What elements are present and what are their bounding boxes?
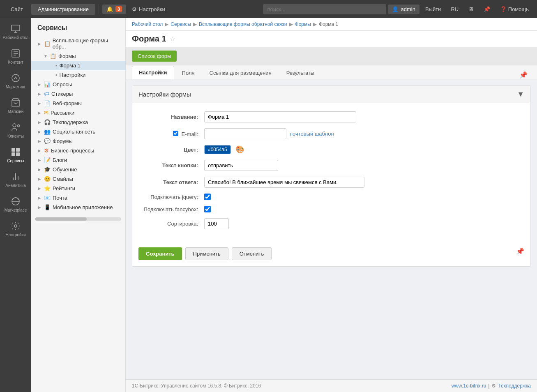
name-input[interactable] bbox=[204, 111, 356, 122]
tab-site[interactable]: Сайт bbox=[4, 4, 30, 15]
fancybox-checkbox[interactable] bbox=[204, 206, 211, 212]
footer-link[interactable]: www.1c-bitrix.ru bbox=[452, 383, 486, 389]
support-icon: 🎧 bbox=[44, 119, 51, 125]
tabs-pin-icon[interactable]: 📌 bbox=[516, 71, 531, 79]
tree-scrollbar[interactable] bbox=[35, 217, 121, 221]
tree-label-stickers: Стикеры bbox=[51, 91, 73, 97]
tree-item-forums[interactable]: ▶ 💬 Форумы bbox=[31, 136, 125, 146]
footer-right: www.1c-bitrix.ru | ⚙ Техподдержка bbox=[452, 383, 531, 389]
search-input[interactable] bbox=[263, 4, 386, 14]
footer-sep: | bbox=[488, 383, 489, 389]
tree-item-smileys[interactable]: ▶ 😊 Смайлы bbox=[31, 174, 125, 184]
arrow-icon-surveys: ▶ bbox=[38, 82, 43, 87]
tree-label-ratings: Рейтинги bbox=[53, 185, 75, 191]
sidebar-item-analytics[interactable]: Аналитика bbox=[0, 168, 31, 192]
breadcrumb-popup[interactable]: Всплывающие формы обратной связи bbox=[199, 21, 287, 27]
footer-support-link[interactable]: Техподдержка bbox=[498, 383, 531, 389]
settings-button[interactable]: ⚙ Настройки bbox=[128, 5, 169, 14]
notifications-button[interactable]: 🔔 3 bbox=[102, 5, 126, 14]
tree-item-form1[interactable]: ▪ Форма 1 bbox=[31, 61, 125, 70]
tree-label-bizproc: Бизнес-процессы bbox=[51, 148, 94, 154]
sidebar-item-settings-nav[interactable]: Настройки bbox=[0, 217, 31, 242]
webform-icon: 📄 bbox=[44, 100, 51, 106]
topbar: Сайт Администрирование 🔔 3 ⚙ Настройки 👤… bbox=[0, 0, 537, 18]
sidebar-item-services[interactable]: Сервисы bbox=[0, 143, 31, 168]
tree-item-bizproc[interactable]: ▶ ⚙ Бизнес-процессы bbox=[31, 146, 125, 155]
save-button[interactable]: Сохранить bbox=[138, 247, 182, 260]
user-button[interactable]: 👤 admin bbox=[388, 5, 419, 14]
color-wheel-icon[interactable]: 🎨 bbox=[235, 145, 244, 154]
pin-topbar-icon[interactable]: 📌 bbox=[479, 5, 494, 14]
apply-button[interactable]: Применить bbox=[185, 247, 228, 260]
sidebar-item-shop[interactable]: Магазин bbox=[0, 94, 31, 118]
tree-item-learning[interactable]: ▶ 🎓 Обучение bbox=[31, 165, 125, 174]
forum-icon: 💬 bbox=[44, 138, 51, 144]
tree-item-surveys[interactable]: ▶ 📊 Опросы bbox=[31, 80, 125, 89]
color-label: Цвет: bbox=[138, 147, 204, 153]
tree-label-forms: Формы bbox=[58, 53, 76, 59]
sort-input[interactable] bbox=[204, 218, 229, 229]
tab-link[interactable]: Ссылка для размещения bbox=[203, 66, 279, 79]
breadcrumb-desktop[interactable]: Рабочий стол bbox=[132, 21, 163, 27]
tree-item-stickers[interactable]: ▶ 🏷 Стикеры bbox=[31, 89, 125, 99]
logout-button[interactable]: Выйти bbox=[421, 5, 445, 14]
tree-item-blogs[interactable]: ▶ 📝 Блоги bbox=[31, 155, 125, 165]
color-input-row: #0054a5 🎨 bbox=[204, 145, 244, 154]
tab-fields[interactable]: Поля bbox=[175, 66, 202, 79]
icon-sidebar: Рабочий стол Контент Маркетинг Магазин К… bbox=[0, 18, 31, 392]
email-input[interactable] bbox=[204, 128, 286, 139]
tree-item-ratings[interactable]: ▶ ⭐ Рейтинги bbox=[31, 184, 125, 193]
sidebar-item-marketing[interactable]: Маркетинг bbox=[0, 69, 31, 94]
mailing-icon: ✉ bbox=[44, 110, 48, 116]
sidebar-item-desktop[interactable]: Рабочий стол bbox=[0, 20, 31, 44]
arrow-icon-learning: ▶ bbox=[38, 167, 43, 172]
cancel-button[interactable]: Отменить bbox=[232, 247, 272, 260]
form-icon-popup: 📋 bbox=[44, 41, 51, 47]
mail-template-link[interactable]: почтовый шаблон bbox=[290, 131, 334, 137]
tree-label-mobile: Мобильное приложение bbox=[53, 204, 113, 210]
form-pin-icon[interactable]: 📌 bbox=[516, 247, 524, 260]
tree-item-mailings[interactable]: ▶ ✉ Рассылки bbox=[31, 108, 125, 118]
breadcrumb-services[interactable]: Сервисы bbox=[171, 21, 191, 27]
help-button[interactable]: ❓ Помощь bbox=[496, 5, 533, 14]
btn-text-input[interactable] bbox=[204, 160, 278, 171]
sidebar-label-marketplace: Marketplace bbox=[5, 208, 27, 213]
lang-button[interactable]: RU bbox=[447, 5, 463, 14]
tree-item-settings-item[interactable]: ▪ Настройки bbox=[31, 70, 125, 80]
email-input-row: почтовый шаблон bbox=[204, 128, 334, 139]
form-section-header[interactable]: Настройки формы ▼ bbox=[132, 86, 530, 103]
tree-item-mail[interactable]: ▶ 📧 Почта bbox=[31, 193, 125, 203]
tree-item-support[interactable]: ▶ 🎧 Техподдержка bbox=[31, 118, 125, 127]
email-checkbox[interactable] bbox=[173, 131, 178, 136]
tree-label-smileys: Смайлы bbox=[53, 176, 73, 182]
arrow-icon-stickers: ▶ bbox=[38, 92, 43, 96]
jquery-checkbox[interactable] bbox=[204, 194, 211, 200]
sidebar-item-marketplace[interactable]: Marketplace bbox=[0, 192, 31, 217]
tree-item-forms-sub[interactable]: ▼ 📋 Формы bbox=[31, 51, 125, 61]
arrow-icon-social: ▶ bbox=[38, 129, 43, 134]
monitor-icon[interactable]: 🖥 bbox=[464, 5, 478, 14]
tree-label-surveys: Опросы bbox=[53, 81, 72, 88]
tree-item-popup-forms[interactable]: ▶ 📋 Всплывающие формы обр... bbox=[31, 36, 125, 51]
color-preview: #0054a5 bbox=[204, 145, 231, 154]
sidebar-item-clients[interactable]: Клиенты bbox=[0, 118, 31, 143]
tab-admin[interactable]: Администрирование bbox=[31, 4, 95, 15]
arrow-icon-smileys: ▶ bbox=[38, 177, 43, 181]
clients-icon bbox=[11, 122, 21, 132]
tab-results[interactable]: Результаты bbox=[279, 66, 321, 79]
breadcrumb-forms[interactable]: Формы bbox=[295, 21, 311, 27]
learning-icon: 🎓 bbox=[44, 166, 51, 173]
arrow-icon-popup: ▶ bbox=[38, 42, 43, 46]
response-text-input[interactable] bbox=[204, 177, 364, 188]
favorite-star-icon[interactable]: ☆ bbox=[170, 35, 175, 43]
tree-item-social[interactable]: ▶ 👥 Социальная сеть bbox=[31, 127, 125, 136]
content-area: Настройки формы ▼ Название: E-mail: bbox=[126, 79, 537, 379]
list-forms-button[interactable]: Список форм bbox=[132, 51, 177, 62]
footer-left: 1С-Битрикс: Управление сайтом 16.5.8. © … bbox=[132, 383, 261, 389]
sidebar-label-settings: Настройки bbox=[5, 233, 25, 238]
sticker-icon: 🏷 bbox=[44, 91, 49, 97]
tree-item-mobile[interactable]: ▶ 📱 Мобильное приложение bbox=[31, 203, 125, 212]
sidebar-item-content[interactable]: Контент bbox=[0, 44, 31, 69]
tree-item-webforms[interactable]: ▶ 📄 Веб-формы bbox=[31, 99, 125, 108]
tab-settings[interactable]: Настройки bbox=[132, 66, 174, 79]
